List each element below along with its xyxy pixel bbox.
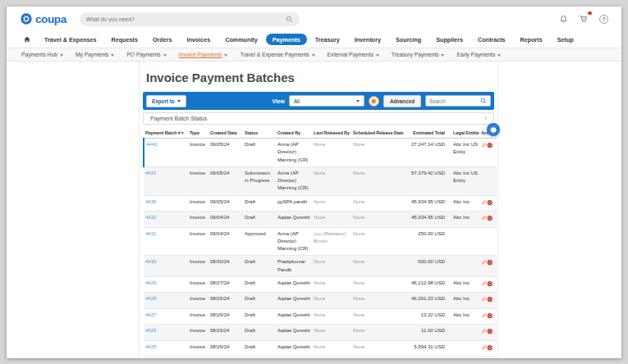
cell-actions: ✎⊗ xyxy=(479,308,497,324)
subnav-item-early-payments[interactable]: Early Payments xyxy=(456,52,501,57)
chevron-down-icon xyxy=(60,54,63,57)
cell-created-date: 09/05/24 xyxy=(209,195,243,211)
column-header-scheduled-release-date[interactable]: Scheduled Release Date xyxy=(351,128,406,139)
delete-icon[interactable]: ⊗ xyxy=(487,258,493,266)
nav-item-orders[interactable]: Orders xyxy=(146,34,179,45)
chevron-down-icon xyxy=(111,54,114,57)
cell-created-by: ppSPA pandit xyxy=(276,195,312,211)
column-header-payment-batch[interactable]: Payment Batch # ▾ xyxy=(144,128,188,139)
table-header-row: Payment Batch # ▾TypeCreated DateStatusC… xyxy=(144,128,497,139)
nav-item-contracts[interactable]: Contracts xyxy=(471,34,512,45)
subnav-item-payments-hub[interactable]: Payments Hub xyxy=(21,52,63,57)
delete-icon[interactable]: ⊗ xyxy=(487,214,493,222)
cell-estimated-total: 27,247.14 USD xyxy=(406,139,452,167)
table-search-input[interactable] xyxy=(429,98,480,104)
global-search[interactable] xyxy=(80,12,300,26)
batch-number-link[interactable]: 4437 xyxy=(145,171,156,175)
column-header-legal-entities[interactable]: Legal Entities xyxy=(452,128,479,139)
nav-item-treasury[interactable]: Treasury xyxy=(309,34,346,45)
content-area: Invoice Payment Batches Export to View A… xyxy=(7,61,621,357)
home-icon[interactable] xyxy=(18,35,36,43)
cell-created-by: Anna (AP Director) Manning (CR) xyxy=(276,166,312,195)
cell-actions: ✎⊗ xyxy=(479,277,497,293)
batch-number-link[interactable]: 4428 xyxy=(145,296,156,301)
cell-estimated-total: 46,261.23 USD xyxy=(406,293,452,308)
edit-icon[interactable]: ✎ xyxy=(481,141,487,151)
cell-last-released-by: None xyxy=(312,212,351,227)
column-header-created-by[interactable]: Created By xyxy=(276,128,312,139)
cell-scheduled-release-date: None xyxy=(351,325,406,340)
view-select[interactable]: All xyxy=(289,95,364,107)
cell-status: Draft xyxy=(243,325,276,340)
subnav-item-my-payments[interactable]: My Payments xyxy=(76,52,115,57)
edit-icon[interactable]: ✎ xyxy=(481,312,487,321)
subnav-item-po-payments[interactable]: PO Payments xyxy=(126,52,166,57)
column-header-status[interactable]: Status xyxy=(243,128,276,139)
column-header-last-released-by[interactable]: Last Released By xyxy=(312,128,351,139)
batch-number-link[interactable]: 4436 xyxy=(145,199,156,204)
edit-icon[interactable]: ✎ xyxy=(481,258,487,268)
batch-number-link[interactable]: 4429 xyxy=(145,280,156,285)
nav-item-invoices[interactable]: Invoices xyxy=(180,34,217,45)
table-search[interactable] xyxy=(425,95,491,107)
column-header-type[interactable]: Type xyxy=(188,128,209,139)
delete-icon[interactable]: ⊗ xyxy=(487,280,493,288)
search-icon[interactable] xyxy=(480,98,487,104)
batch-number-link[interactable]: 4426 xyxy=(145,328,156,333)
cell-scheduled-release-date: None xyxy=(351,166,406,195)
help-icon[interactable]: ? xyxy=(599,15,608,24)
nav-item-suppliers[interactable]: Suppliers xyxy=(429,34,470,45)
delete-icon[interactable]: ⊗ xyxy=(487,344,493,352)
nav-item-travel-expenses[interactable]: Travel & Expenses xyxy=(38,34,103,45)
delete-icon[interactable]: ⊗ xyxy=(487,141,493,149)
cell-created-date: 08/26/24 xyxy=(209,308,243,324)
batch-number-link[interactable]: 4432 xyxy=(145,215,156,220)
chevron-down-icon xyxy=(312,54,315,57)
main-nav: Travel & ExpensesRequestsOrdersInvoicesC… xyxy=(7,31,621,48)
subnav-item-invoice-payments[interactable]: Invoice Payments xyxy=(179,52,228,57)
delete-icon[interactable]: ⊗ xyxy=(487,198,493,207)
cart-icon[interactable] xyxy=(579,14,589,24)
column-header-created-date[interactable]: Created Date xyxy=(209,128,243,139)
edit-icon[interactable]: ✎ xyxy=(481,327,487,337)
batch-number-link[interactable]: 4430 xyxy=(145,259,156,264)
edit-icon[interactable]: ✎ xyxy=(481,280,487,289)
delete-icon[interactable]: ⊗ xyxy=(487,312,493,320)
cell-legal-entities: Abc Inc xyxy=(452,293,479,308)
edit-icon[interactable]: ✎ xyxy=(481,214,487,224)
nav-item-setup[interactable]: Setup xyxy=(551,34,580,45)
batch-number-link[interactable]: 4431 xyxy=(145,231,156,236)
payment-batch-status-expander[interactable]: Payment Batch Status › xyxy=(143,112,494,125)
nav-item-reports[interactable]: Reports xyxy=(514,34,549,45)
nav-item-requests[interactable]: Requests xyxy=(105,34,144,45)
cell-actions: ✎⊗ xyxy=(479,340,497,356)
coupa-logo[interactable]: coupa xyxy=(20,12,66,25)
edit-icon[interactable]: ✎ xyxy=(481,295,487,305)
cell-status: Draft xyxy=(243,340,276,356)
batch-number-link[interactable]: 4425 xyxy=(145,344,156,349)
delete-icon[interactable]: ⊗ xyxy=(487,327,493,335)
batch-number-link[interactable]: 4441 xyxy=(146,142,157,147)
nav-item-sourcing[interactable]: Sourcing xyxy=(389,34,428,45)
subnav-item-travel-expense-payments[interactable]: Travel & Expense Payments xyxy=(240,52,314,57)
edit-icon[interactable]: ✎ xyxy=(481,344,487,353)
cell-legal-entities xyxy=(452,227,479,256)
batch-number-link[interactable]: 4427 xyxy=(145,312,156,317)
nav-item-community[interactable]: Community xyxy=(218,34,264,45)
advanced-button[interactable]: Advanced xyxy=(383,95,421,107)
cell-created-by: Aqdas Qureshi xyxy=(276,340,312,356)
view-settings-icon[interactable] xyxy=(369,96,379,107)
delete-icon[interactable]: ⊗ xyxy=(487,295,493,303)
nav-item-payments[interactable]: Payments xyxy=(266,34,307,45)
table-settings-button[interactable] xyxy=(487,123,500,136)
notifications-bell-icon[interactable] xyxy=(559,15,568,24)
chevron-down-icon xyxy=(376,54,379,57)
subnav-item-external-payments[interactable]: External Payments xyxy=(328,52,379,57)
cell-actions: ✎⊗ xyxy=(479,139,497,167)
column-header-estimated-total[interactable]: Estimated Total xyxy=(406,128,452,139)
subnav-item-treasury-payments[interactable]: Treasury Payments xyxy=(392,52,445,57)
global-search-input[interactable] xyxy=(86,16,286,22)
edit-icon[interactable]: ✎ xyxy=(481,198,487,208)
nav-item-inventory[interactable]: Inventory xyxy=(348,34,387,45)
export-to-button[interactable]: Export to xyxy=(146,95,186,107)
